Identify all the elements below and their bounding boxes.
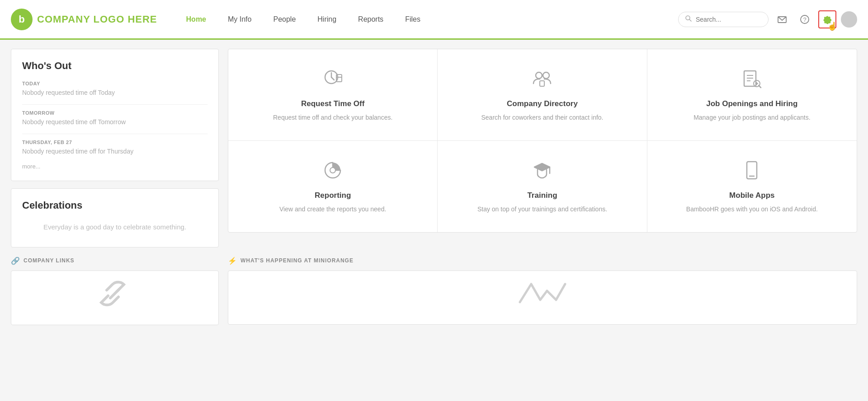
whos-out-title: Who's Out	[22, 60, 208, 72]
reporting-title: Reporting	[315, 191, 351, 200]
whats-happening-header: ⚡ WHAT'S HAPPENING AT MINIORANGE	[228, 256, 857, 265]
quick-link-reporting[interactable]: Reporting View and create the reports yo…	[228, 141, 438, 232]
quick-link-time-off[interactable]: Request Time Off Request time off and ch…	[228, 49, 438, 141]
quick-link-hiring[interactable]: Job Openings and Hiring Manage your job …	[647, 49, 857, 141]
svg-point-10	[536, 72, 542, 79]
company-links-header: 🔗 COMPANY LINKS	[11, 256, 219, 265]
svg-line-18	[759, 85, 761, 88]
cursor-icon: ☝	[827, 21, 837, 31]
directory-title: Company Directory	[507, 99, 578, 108]
quick-links-grid: Request Time Off Request time off and ch…	[228, 49, 857, 233]
hiring-desc: Manage your job postings and applicants.	[693, 113, 810, 122]
reporting-icon	[321, 159, 344, 185]
whats-happening-card	[228, 270, 857, 325]
bottom-section: 🔗 COMPANY LINKS ⚡ WHAT'S HAPPENING AT MI…	[0, 256, 868, 334]
time-off-title: Request Time Off	[301, 99, 364, 108]
mobile-title: Mobile Apps	[729, 191, 774, 200]
nav-files[interactable]: Files	[394, 0, 431, 39]
today-section: TODAY Nobody requested time off Today	[22, 81, 208, 96]
whos-out-card: Who's Out TODAY Nobody requested time of…	[11, 49, 219, 181]
search-input[interactable]	[696, 16, 762, 23]
svg-line-1	[689, 19, 691, 21]
inbox-button[interactable]	[773, 10, 791, 28]
svg-text:?: ?	[803, 16, 806, 23]
today-text: Nobody requested time off Today	[22, 89, 208, 96]
header: b COMPANY LOGO HERE Home My Info People …	[0, 0, 868, 40]
hiring-title: Job Openings and Hiring	[706, 99, 797, 108]
thursday-text: Nobody requested time off for Thursday	[22, 148, 208, 155]
quick-link-training[interactable]: Training Stay on top of your trainings a…	[438, 141, 647, 232]
logo-area: b COMPANY LOGO HERE	[11, 9, 157, 30]
search-box[interactable]	[678, 12, 769, 27]
logo-text: COMPANY LOGO HERE	[37, 14, 157, 25]
reporting-desc: View and create the reports you need.	[279, 205, 386, 214]
training-icon	[531, 159, 553, 185]
tomorrow-text: Nobody requested time off Tomorrow	[22, 118, 208, 126]
svg-line-7	[331, 77, 334, 80]
directory-desc: Search for coworkers and their contact i…	[481, 113, 603, 122]
training-title: Training	[527, 191, 557, 200]
link-icon-large	[92, 271, 137, 325]
logo-icon: b	[11, 9, 33, 30]
left-panel: Who's Out TODAY Nobody requested time of…	[11, 49, 219, 247]
more-label[interactable]: more...	[22, 163, 208, 170]
whats-happening-section: ⚡ WHAT'S HAPPENING AT MINIORANGE	[228, 256, 857, 325]
nav-reports[interactable]: Reports	[347, 0, 394, 39]
celebrations-title: Celebrations	[22, 200, 208, 211]
thursday-section: THURSDAY, FEB 27 Nobody requested time o…	[22, 140, 208, 155]
company-links-card	[11, 270, 219, 325]
right-panel: Request Time Off Request time off and ch…	[228, 49, 857, 247]
svg-rect-12	[540, 81, 544, 86]
search-icon	[685, 15, 692, 24]
mobile-icon	[741, 159, 763, 185]
link-section-icon: 🔗	[11, 256, 20, 265]
celebrations-empty-text: Everyday is a good day to celebrate some…	[22, 219, 208, 236]
divider-1	[22, 104, 208, 105]
today-label: TODAY	[22, 81, 208, 86]
training-desc: Stay on top of your trainings and certif…	[477, 205, 607, 214]
avatar[interactable]	[841, 11, 857, 28]
nav-people[interactable]: People	[262, 0, 307, 39]
divider-2	[22, 134, 208, 134]
settings-button[interactable]: ☝	[818, 10, 836, 28]
time-off-desc: Request time off and check your balances…	[273, 113, 392, 122]
svg-point-11	[543, 72, 549, 79]
company-links-label: COMPANY LINKS	[24, 257, 75, 264]
quick-link-directory[interactable]: Company Directory Search for coworkers a…	[438, 49, 647, 141]
company-links-section: 🔗 COMPANY LINKS	[11, 256, 219, 325]
nav-hiring[interactable]: Hiring	[307, 0, 347, 39]
nav-home[interactable]: Home	[175, 0, 217, 39]
mobile-desc: BambooHR goes with you on iOS and Androi…	[686, 205, 818, 214]
help-button[interactable]: ?	[796, 10, 814, 28]
activity-icon-large	[515, 275, 570, 320]
time-off-icon	[321, 67, 344, 93]
hiring-icon	[741, 67, 763, 93]
main-content: Who's Out TODAY Nobody requested time of…	[0, 40, 868, 256]
nav-myinfo[interactable]: My Info	[217, 0, 262, 39]
quick-link-mobile[interactable]: Mobile Apps BambooHR goes with you on iO…	[647, 141, 857, 232]
celebrations-card: Celebrations Everyday is a good day to c…	[11, 188, 219, 247]
tomorrow-section: TOMORROW Nobody requested time off Tomor…	[22, 110, 208, 126]
thursday-label: THURSDAY, FEB 27	[22, 140, 208, 145]
directory-icon	[531, 67, 553, 93]
svg-point-21	[330, 168, 335, 173]
tomorrow-label: TOMORROW	[22, 110, 208, 116]
main-nav: Home My Info People Hiring Reports Files	[175, 0, 678, 39]
activity-section-icon: ⚡	[228, 256, 237, 265]
whats-happening-label: WHAT'S HAPPENING AT MINIORANGE	[241, 257, 354, 264]
header-right: ? ☝	[678, 10, 857, 28]
